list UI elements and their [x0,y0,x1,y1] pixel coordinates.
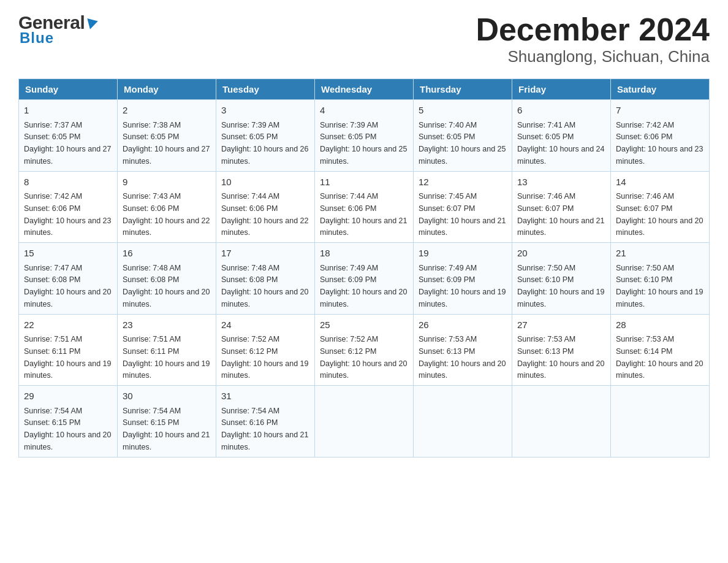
day-info: Sunrise: 7:46 AMSunset: 6:07 PMDaylight:… [517,192,604,237]
day-info: Sunrise: 7:51 AMSunset: 6:11 PMDaylight:… [123,335,210,380]
calendar-cell: 22Sunrise: 7:51 AMSunset: 6:11 PMDayligh… [19,314,118,386]
day-number: 31 [221,389,309,404]
logo-blue-text: Blue [20,29,54,47]
day-info: Sunrise: 7:45 AMSunset: 6:07 PMDaylight:… [419,192,506,237]
day-info: Sunrise: 7:53 AMSunset: 6:13 PMDaylight:… [419,335,506,380]
calendar-cell: 13Sunrise: 7:46 AMSunset: 6:07 PMDayligh… [512,171,611,243]
day-info: Sunrise: 7:41 AMSunset: 6:05 PMDaylight:… [517,121,604,166]
calendar-cell: 21Sunrise: 7:50 AMSunset: 6:10 PMDayligh… [611,243,710,315]
header-sunday: Sunday [19,79,118,100]
day-info: Sunrise: 7:52 AMSunset: 6:12 PMDaylight:… [221,335,308,380]
day-number: 14 [616,175,704,190]
calendar-cell: 6Sunrise: 7:41 AMSunset: 6:05 PMDaylight… [512,100,611,172]
calendar-cell: 17Sunrise: 7:48 AMSunset: 6:08 PMDayligh… [216,243,315,315]
day-number: 1 [24,104,112,118]
page-header: General Blue December 2024 Shuanglong, S… [18,12,710,66]
logo: General Blue [18,12,97,47]
title-section: December 2024 Shuanglong, Sichuan, China [476,12,710,66]
day-number: 30 [123,389,211,404]
day-info: Sunrise: 7:39 AMSunset: 6:05 PMDaylight:… [320,121,407,166]
day-number: 10 [221,175,309,190]
calendar-cell: 30Sunrise: 7:54 AMSunset: 6:15 PMDayligh… [118,386,216,458]
day-number: 5 [419,104,507,118]
calendar-cell: 16Sunrise: 7:48 AMSunset: 6:08 PMDayligh… [118,243,216,315]
calendar-cell: 31Sunrise: 7:54 AMSunset: 6:16 PMDayligh… [216,386,315,458]
calendar-header-row: Sunday Monday Tuesday Wednesday Thursday… [19,79,710,100]
page-title: December 2024 [476,12,710,47]
day-number: 28 [616,318,704,332]
day-info: Sunrise: 7:48 AMSunset: 6:08 PMDaylight:… [221,264,308,308]
day-number: 24 [221,318,309,332]
calendar-cell: 26Sunrise: 7:53 AMSunset: 6:13 PMDayligh… [414,314,512,386]
calendar-cell: 23Sunrise: 7:51 AMSunset: 6:11 PMDayligh… [118,314,216,386]
day-number: 18 [320,247,408,261]
day-number: 4 [320,104,408,118]
day-number: 20 [517,247,605,261]
day-number: 17 [221,247,309,261]
day-info: Sunrise: 7:44 AMSunset: 6:06 PMDaylight:… [221,192,308,237]
day-number: 12 [419,175,507,190]
day-number: 22 [24,318,112,332]
calendar-week-row: 22Sunrise: 7:51 AMSunset: 6:11 PMDayligh… [19,314,710,386]
header-thursday: Thursday [414,79,512,100]
calendar-week-row: 29Sunrise: 7:54 AMSunset: 6:15 PMDayligh… [19,386,710,458]
calendar-cell: 29Sunrise: 7:54 AMSunset: 6:15 PMDayligh… [19,386,118,458]
calendar-cell: 25Sunrise: 7:52 AMSunset: 6:12 PMDayligh… [315,314,414,386]
calendar-cell [512,386,611,458]
calendar-cell: 12Sunrise: 7:45 AMSunset: 6:07 PMDayligh… [414,171,512,243]
header-friday: Friday [512,79,611,100]
day-number: 2 [123,104,211,118]
day-info: Sunrise: 7:49 AMSunset: 6:09 PMDaylight:… [419,264,506,308]
header-monday: Monday [118,79,216,100]
day-number: 29 [24,389,112,404]
header-saturday: Saturday [611,79,710,100]
calendar-week-row: 8Sunrise: 7:42 AMSunset: 6:06 PMDaylight… [19,171,710,243]
calendar-cell: 15Sunrise: 7:47 AMSunset: 6:08 PMDayligh… [19,243,118,315]
day-info: Sunrise: 7:46 AMSunset: 6:07 PMDaylight:… [616,192,703,237]
day-info: Sunrise: 7:53 AMSunset: 6:14 PMDaylight:… [616,335,703,380]
day-info: Sunrise: 7:37 AMSunset: 6:05 PMDaylight:… [24,121,111,166]
day-info: Sunrise: 7:50 AMSunset: 6:10 PMDaylight:… [616,264,703,308]
calendar-cell: 8Sunrise: 7:42 AMSunset: 6:06 PMDaylight… [19,171,118,243]
day-number: 23 [123,318,211,332]
day-info: Sunrise: 7:38 AMSunset: 6:05 PMDaylight:… [123,121,210,166]
day-number: 26 [419,318,507,332]
calendar-cell: 11Sunrise: 7:44 AMSunset: 6:06 PMDayligh… [315,171,414,243]
day-number: 27 [517,318,605,332]
day-number: 16 [123,247,211,261]
calendar-cell: 7Sunrise: 7:42 AMSunset: 6:06 PMDaylight… [611,100,710,172]
header-wednesday: Wednesday [315,79,414,100]
calendar-week-row: 1Sunrise: 7:37 AMSunset: 6:05 PMDaylight… [19,100,710,172]
day-info: Sunrise: 7:51 AMSunset: 6:11 PMDaylight:… [24,335,111,380]
day-number: 3 [221,104,309,118]
day-info: Sunrise: 7:39 AMSunset: 6:05 PMDaylight:… [221,121,308,166]
day-info: Sunrise: 7:40 AMSunset: 6:05 PMDaylight:… [419,121,506,166]
day-info: Sunrise: 7:50 AMSunset: 6:10 PMDaylight:… [517,264,604,308]
day-number: 15 [24,247,112,261]
calendar-cell [315,386,414,458]
day-number: 21 [616,247,704,261]
day-info: Sunrise: 7:54 AMSunset: 6:16 PMDaylight:… [221,407,308,451]
calendar-cell: 28Sunrise: 7:53 AMSunset: 6:14 PMDayligh… [611,314,710,386]
day-info: Sunrise: 7:54 AMSunset: 6:15 PMDaylight:… [123,407,210,451]
calendar-cell: 18Sunrise: 7:49 AMSunset: 6:09 PMDayligh… [315,243,414,315]
day-info: Sunrise: 7:49 AMSunset: 6:09 PMDaylight:… [320,264,407,308]
day-number: 8 [24,175,112,190]
day-number: 9 [123,175,211,190]
day-info: Sunrise: 7:53 AMSunset: 6:13 PMDaylight:… [517,335,604,380]
day-info: Sunrise: 7:42 AMSunset: 6:06 PMDaylight:… [24,192,111,237]
logo-triangle-icon [85,18,98,31]
day-number: 13 [517,175,605,190]
day-info: Sunrise: 7:42 AMSunset: 6:06 PMDaylight:… [616,121,703,166]
day-info: Sunrise: 7:43 AMSunset: 6:06 PMDaylight:… [123,192,210,237]
day-number: 6 [517,104,605,118]
calendar-cell: 20Sunrise: 7:50 AMSunset: 6:10 PMDayligh… [512,243,611,315]
calendar-cell: 2Sunrise: 7:38 AMSunset: 6:05 PMDaylight… [118,100,216,172]
day-info: Sunrise: 7:48 AMSunset: 6:08 PMDaylight:… [123,264,210,308]
calendar-cell: 19Sunrise: 7:49 AMSunset: 6:09 PMDayligh… [414,243,512,315]
calendar-table: Sunday Monday Tuesday Wednesday Thursday… [18,79,710,458]
day-number: 11 [320,175,408,190]
calendar-week-row: 15Sunrise: 7:47 AMSunset: 6:08 PMDayligh… [19,243,710,315]
calendar-cell [611,386,710,458]
day-info: Sunrise: 7:52 AMSunset: 6:12 PMDaylight:… [320,335,407,380]
